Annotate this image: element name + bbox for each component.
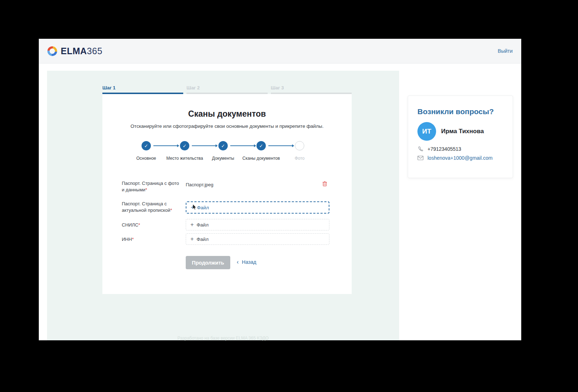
main-area: Шаг 1 Шаг 2 Шаг 3 Сканы документов Отска… [39,64,521,340]
step-done-icon: ✓ [218,141,228,150]
page-subtitle: Отсканируйте или сфотографируйте свои ос… [102,123,352,129]
upload-dropzone-inn[interactable]: + Файл [186,233,329,245]
plus-icon: + [190,221,194,228]
support-email[interactable]: loshenova+1000@gmail.com [427,155,493,161]
step-label-documents: Документы [212,156,234,161]
upload-label: Файл [196,237,208,242]
step-arrow-icon [230,145,254,146]
upload-label: Файл [197,205,209,210]
logo-text: ELMA365 [61,46,102,56]
plus-icon: + [191,204,194,211]
tab-label: Шаг 3 [271,85,352,90]
step-arrow-icon [153,145,177,146]
wizard-flow: Шаг 1 Шаг 2 Шаг 3 Сканы документов Отска… [102,85,352,294]
step-pending-icon [295,141,304,150]
support-phone: +79123405513 [427,146,461,152]
chevron-left-icon: ‹ [237,259,239,265]
field-label-inn: ИНН* [122,236,180,243]
continue-button[interactable]: Продолжить [186,256,230,269]
tab-step-1[interactable]: Шаг 1 [102,85,183,94]
back-label: Назад [242,259,256,265]
back-link[interactable]: ‹ Назад [237,259,256,265]
content-panel: Шаг 1 Шаг 2 Шаг 3 Сканы документов Отска… [47,71,399,340]
logout-link[interactable]: Выйти [498,48,513,54]
app-header: ELMA365 Выйти [39,39,521,64]
avatar: ИТ [417,122,436,141]
envelope-icon [417,155,424,160]
field-label-passport-photo: Паспорт. Страница с фото и данными* [122,180,180,193]
tab-label: Шаг 2 [186,85,267,90]
support-person: ИТ Ирма Тихнова [417,122,503,141]
upload-label: Файл [196,222,208,228]
phone-icon [417,146,424,152]
upload-dropzone-snils[interactable]: + Файл [186,219,329,230]
step-tabs: Шаг 1 Шаг 2 Шаг 3 [102,85,352,94]
elma-logo-icon [47,46,57,56]
field-label-snils: СНИЛС* [122,222,180,228]
field-label-passport-registration: Паспорт. Страница с актуальной пропиской… [122,201,180,214]
tab-label: Шаг 1 [102,85,183,90]
progress-stepper: ✓ ✓ ✓ ✓ Основное Место жительства Докуме… [102,141,352,166]
tab-step-3[interactable]: Шаг 3 [271,85,352,94]
step-label-main: Основное [137,156,156,161]
tab-step-2[interactable]: Шаг 2 [186,85,267,94]
step-done-icon: ✓ [142,141,151,150]
step-done-icon: ✓ [256,141,266,150]
step-done-icon: ✓ [180,141,189,150]
step-label-residence: Место жительства [166,156,203,161]
logo-suffix: 365 [87,46,102,56]
app-window: ELMA365 Выйти Шаг 1 Шаг 2 Шаг 3 [39,39,521,340]
support-email-row[interactable]: loshenova+1000@gmail.com [417,155,503,161]
required-mark: * [145,187,147,192]
step-arrow-icon [192,145,216,146]
trash-icon [322,181,328,187]
required-mark: * [170,207,172,213]
upload-dropzone-passport-registration[interactable]: + Файл [186,201,329,214]
step-label-photo: Фото [295,156,305,161]
step-arrow-icon [268,145,292,146]
page-title: Сканы документов [102,94,352,119]
required-mark: * [132,237,134,242]
support-card: Возникли вопросы? ИТ Ирма Тихнова +79123… [408,95,513,178]
delete-file-button[interactable] [322,181,328,187]
required-mark: * [138,222,140,228]
logo: ELMA365 [47,46,102,56]
wizard-card: Сканы документов Отсканируйте или сфотог… [102,94,352,294]
uploaded-file-name: Паспорт.jpeg [186,182,213,187]
support-title: Возникли вопросы? [417,107,503,116]
plus-icon: + [190,236,194,242]
footer-note: Разработано на базе версии ELMA 365 КЭДО [47,336,399,341]
support-person-name: Ирма Тихнова [441,128,484,135]
support-phone-row: +79123405513 [417,146,503,152]
logo-primary: ELMA [61,46,87,56]
step-label-scans: Сканы документов [242,156,280,161]
